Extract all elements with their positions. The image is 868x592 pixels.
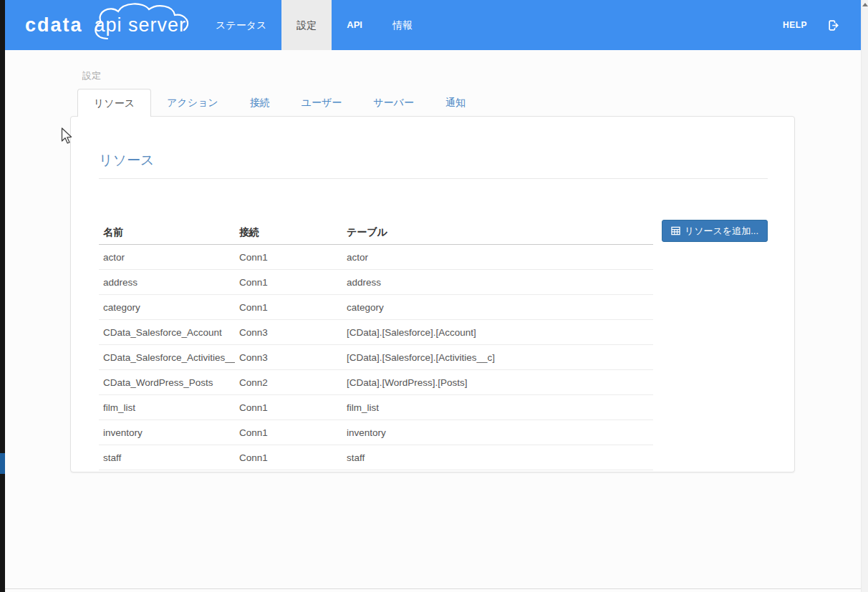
table-row[interactable]: addressConn1address (99, 270, 653, 295)
tab-server[interactable]: サーバー (357, 89, 430, 117)
column-header-connection: 接続 (235, 220, 342, 244)
table-cell: actor (342, 245, 653, 269)
tab-resources[interactable]: リソース (77, 89, 151, 117)
table-row[interactable]: CData_WordPress_PostsConn2[CData].[WordP… (99, 370, 653, 395)
nav-item-settings[interactable]: 設定 (281, 0, 332, 50)
tab-actions[interactable]: アクション (151, 89, 234, 117)
resource-table-body: actorConn1actoraddressConn1addresscatego… (99, 245, 653, 470)
connection-cell: Conn1 (235, 295, 342, 319)
table-cell: [CData].[Salesforce].[Activities__c] (342, 345, 653, 369)
tab-notifications[interactable]: 通知 (430, 89, 481, 117)
table-row[interactable]: CData_Salesforce_AccountConn3[CData].[Sa… (99, 320, 653, 345)
resource-name-cell: CData_Salesforce_Account (99, 320, 235, 344)
table-row[interactable]: staffConn1staff (99, 445, 653, 470)
panel-title: リソース (99, 151, 768, 170)
table-cell: inventory (342, 420, 653, 445)
scrollbar-up-arrow-icon[interactable] (862, 3, 868, 6)
logout-icon[interactable] (827, 19, 839, 31)
table-cell: address (342, 270, 653, 294)
table-cell: staff (342, 445, 653, 470)
window-bottom-edge (5, 588, 861, 589)
table-cell: category (342, 295, 653, 319)
connection-cell: Conn1 (235, 395, 342, 419)
column-header-name: 名前 (99, 220, 235, 244)
column-header-table: テーブル (342, 220, 653, 244)
add-resource-button-label: リソースを追加... (685, 225, 758, 238)
connection-cell: Conn2 (235, 370, 342, 394)
window-left-edge (0, 0, 5, 592)
breadcrumb: 設定 (82, 69, 101, 82)
table-row[interactable]: film_listConn1film_list (99, 395, 653, 420)
cdata-api-server-logo: cdata api server (25, 0, 186, 50)
table-cell: [CData].[WordPress].[Posts] (342, 370, 653, 394)
resource-name-cell: CData_WordPress_Posts (99, 370, 235, 394)
help-link[interactable]: HELP (783, 20, 807, 30)
table-cell: film_list (342, 395, 653, 419)
resource-name-cell: film_list (99, 395, 235, 419)
panel-title-divider (99, 178, 768, 179)
connection-cell: Conn1 (235, 420, 342, 445)
connection-cell: Conn1 (235, 445, 342, 470)
resource-name-cell: address (99, 270, 235, 294)
table-row[interactable]: actorConn1actor (99, 245, 653, 270)
vertical-scrollbar[interactable] (861, 0, 868, 592)
nav-item-api[interactable]: API (332, 0, 377, 50)
tab-users[interactable]: ユーザー (286, 89, 358, 117)
resource-name-cell: inventory (99, 420, 235, 445)
nav-item-info[interactable]: 情報 (377, 0, 428, 50)
connection-cell: Conn1 (235, 245, 342, 269)
settings-tab-bar: リソース アクション 接続 ユーザー サーバー 通知 (77, 89, 481, 117)
add-resource-button[interactable]: リソースを追加... (662, 220, 768, 242)
connection-cell: Conn1 (235, 270, 342, 294)
resource-name-cell: CData_Salesforce_Activities__c (99, 345, 235, 369)
connection-cell: Conn3 (235, 345, 342, 369)
resource-name-cell: staff (99, 445, 235, 470)
table-row[interactable]: CData_Salesforce_Activities__cConn3[CDat… (99, 345, 653, 370)
resources-panel: リソース リソースを追加... 名前 接続 テーブル actorConn1act… (70, 116, 795, 472)
logo-product-text: api server (95, 14, 187, 36)
table-cell: [CData].[Salesforce].[Account] (342, 320, 653, 344)
nav-item-status[interactable]: ステータス (201, 0, 281, 50)
connection-cell: Conn3 (235, 320, 342, 344)
table-icon (671, 226, 680, 236)
window-left-edge-accent (0, 453, 5, 474)
table-row[interactable]: categoryConn1category (99, 295, 653, 320)
table-header-row: 名前 接続 テーブル (99, 220, 653, 245)
table-row[interactable]: inventoryConn1inventory (99, 420, 653, 445)
resource-name-cell: actor (99, 245, 235, 269)
resources-table: 名前 接続 テーブル actorConn1actoraddressConn1ad… (99, 220, 653, 470)
top-navigation: ステータス 設定 API 情報 (201, 0, 428, 50)
resource-name-cell: category (99, 295, 235, 319)
logo-brand-text: cdata (25, 14, 83, 37)
tab-connections[interactable]: 接続 (234, 89, 286, 117)
app-header: cdata api server ステータス 設定 API 情報 HELP (5, 0, 861, 50)
